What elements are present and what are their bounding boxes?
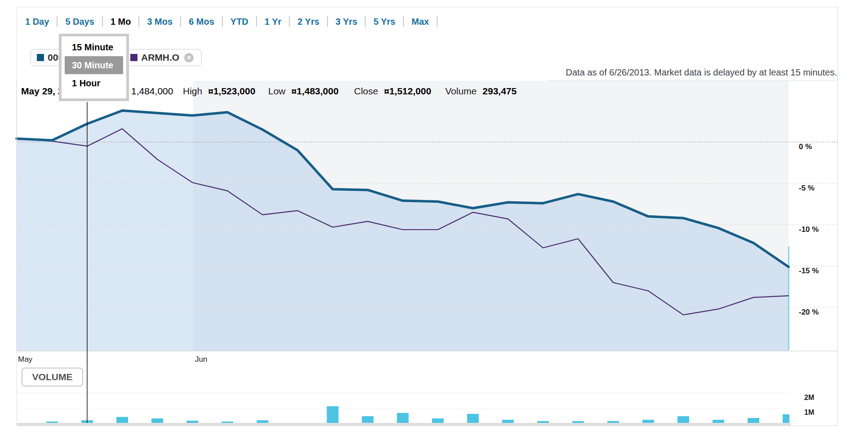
volume-bar [116,417,128,423]
volume-bar [783,414,789,423]
volume-bar [151,418,163,423]
tab-ytd[interactable]: YTD [223,17,256,27]
series-color-swatch [37,54,44,61]
chip-label: ARMH.O [141,52,179,63]
interval-option-15-minute[interactable]: 15 Minute [65,38,123,56]
tab-3-mos[interactable]: 3 Mos [139,17,180,27]
volume-bar [362,416,373,423]
interval-option-30-minute[interactable]: 30 Minute [65,56,123,74]
quote-field-close: Close¤1,512,000 [354,86,431,97]
volume-bar [467,414,479,423]
x-axis-month-label: Jun [195,355,207,364]
tab-5-days[interactable]: 5 Days [58,17,102,27]
quote-field-volume: Volume293,475 [445,86,517,97]
volume-bar [327,406,338,423]
volume-bar [607,421,619,423]
volume-axis-tick-label: 1M [804,408,814,416]
volume-baseline [17,423,791,426]
volume-bar [713,420,724,423]
volume-bar [432,418,444,423]
volume-bar [678,416,689,423]
volume-bar [186,421,198,423]
volume-bar [642,420,654,423]
quote-field-high: High¤1,523,000 [183,86,255,97]
volume-bar [221,422,233,423]
volume-bar [537,421,549,423]
y-axis-tick-label: -10 % [799,225,819,234]
chart-application: 0 %-5 %-10 %-15 %-20 %2M1MMayJun 1 Day5 … [0,0,868,444]
volume-bar [397,413,409,423]
tab-2-yrs[interactable]: 2 Yrs [290,17,327,27]
price-volume-chart[interactable]: 0 %-5 %-10 %-15 %-20 %2M1MMayJun [0,0,868,444]
quote-field-label: High [183,86,202,96]
close-icon[interactable]: ✕ [184,53,194,62]
quote-field-label: Close [354,86,378,96]
quote-date: May 29, 2 [21,86,63,97]
volume-bar [502,420,514,423]
volume-bar [257,420,268,423]
legend-chip-armho[interactable]: ARMH.O ✕ [116,49,202,66]
y-axis-tick-label: -5 % [799,184,815,192]
tab-3-yrs[interactable]: 3 Yrs [328,17,365,27]
volume-toggle-button[interactable]: VOLUME [22,368,83,386]
interval-option-1-hour[interactable]: 1 Hour [65,74,123,92]
tab-max[interactable]: Max [404,17,437,27]
quote-field-value: ¤1,523,000 [208,86,255,96]
y-axis-tick-label: -15 % [799,266,819,275]
x-axis-month-label: May [18,355,33,364]
quote-field-value: ¤1,483,000 [292,86,339,96]
y-axis-tick-label: -20 % [799,308,819,316]
quote-field-low: Low¤1,483,000 [268,86,339,97]
volume-bar [46,422,58,423]
volume-axis-tick-label: 2M [804,394,814,401]
volume-bar [572,421,584,423]
quote-field-value: 293,475 [483,86,517,96]
series-color-swatch [130,54,137,61]
quote-field-label: Volume [445,86,477,96]
tab-5-yrs[interactable]: 5 Yrs [366,17,403,27]
y-axis-tick-label: 0 % [799,142,812,151]
tab-1-mo[interactable]: 1 Mo [103,17,139,27]
interval-dropdown[interactable]: 15 Minute30 Minute1 Hour [59,34,129,101]
notice-divider [548,80,837,81]
quote-field-label: Low [268,86,286,96]
timeframe-tabs: 1 Day5 Days1 Mo3 Mos6 MosYTD1 Yr2 Yrs3 Y… [25,16,438,27]
tab-1-day[interactable]: 1 Day [25,17,57,27]
volume-bar [748,418,759,423]
tab-1-yr[interactable]: 1 Yr [257,17,289,27]
data-notice: Data as of 6/26/2013. Market data is del… [566,67,837,78]
quote-open-value: 1,484,000 [131,86,173,97]
tab-6-mos[interactable]: 6 Mos [181,17,222,27]
quote-field-value: ¤1,512,000 [384,86,431,96]
tab-separator [437,16,438,27]
